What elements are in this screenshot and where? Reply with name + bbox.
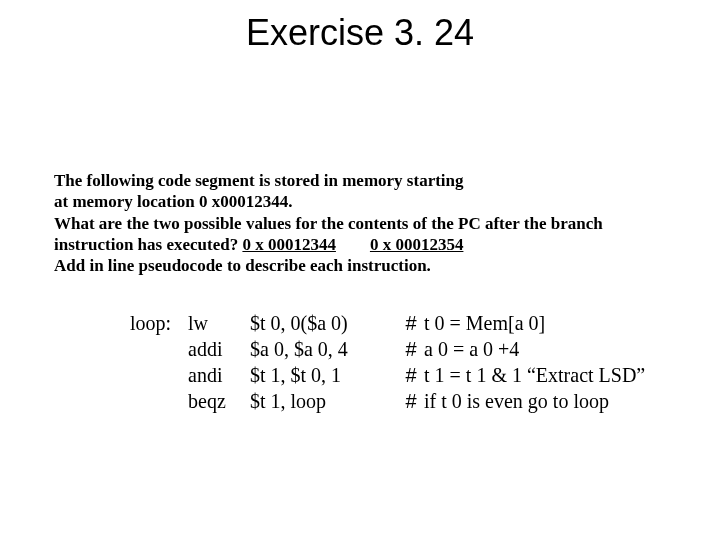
code-row: beqz $t 1, loop # if t 0 is even go to l… bbox=[130, 388, 645, 414]
answer-1: 0 x 00012344 bbox=[242, 235, 336, 254]
code-label: loop: bbox=[130, 310, 188, 336]
code-comment: if t 0 is even go to loop bbox=[424, 388, 645, 414]
code-args: $t 1, loop bbox=[250, 388, 398, 414]
hash-icon: # bbox=[398, 362, 424, 388]
hash-icon: # bbox=[398, 336, 424, 362]
hash-icon: # bbox=[398, 388, 424, 414]
question-text: The following code segment is stored in … bbox=[54, 170, 710, 276]
answer-2: 0 x 00012354 bbox=[370, 235, 464, 254]
code-label bbox=[130, 362, 188, 388]
code-comment: a 0 = a 0 +4 bbox=[424, 336, 645, 362]
code-args: $t 0, 0($a 0) bbox=[250, 310, 398, 336]
intro-line-2: at memory location 0 x00012344. bbox=[54, 191, 710, 212]
intro-line-5: Add in line pseudocode to describe each … bbox=[54, 255, 710, 276]
intro-line-3: What are the two possible values for the… bbox=[54, 213, 710, 234]
code-comment: t 1 = t 1 & 1 “Extract LSD” bbox=[424, 362, 645, 388]
code-label bbox=[130, 388, 188, 414]
hash-icon: # bbox=[398, 310, 424, 336]
code-row: addi $a 0, $a 0, 4 # a 0 = a 0 +4 bbox=[130, 336, 645, 362]
code-opcode: andi bbox=[188, 362, 250, 388]
intro-line-4a: instruction has executed? bbox=[54, 235, 242, 254]
code-block: loop: lw $t 0, 0($a 0) # t 0 = Mem[a 0] … bbox=[130, 310, 720, 414]
code-row: loop: lw $t 0, 0($a 0) # t 0 = Mem[a 0] bbox=[130, 310, 645, 336]
answer-gap bbox=[336, 235, 370, 254]
code-opcode: addi bbox=[188, 336, 250, 362]
code-args: $a 0, $a 0, 4 bbox=[250, 336, 398, 362]
code-opcode: lw bbox=[188, 310, 250, 336]
code-opcode: beqz bbox=[188, 388, 250, 414]
slide-title: Exercise 3. 24 bbox=[0, 0, 720, 54]
intro-line-1: The following code segment is stored in … bbox=[54, 170, 710, 191]
slide: Exercise 3. 24 The following code segmen… bbox=[0, 0, 720, 540]
code-args: $t 1, $t 0, 1 bbox=[250, 362, 398, 388]
code-row: andi $t 1, $t 0, 1 # t 1 = t 1 & 1 “Extr… bbox=[130, 362, 645, 388]
code-table: loop: lw $t 0, 0($a 0) # t 0 = Mem[a 0] … bbox=[130, 310, 645, 414]
intro-line-4: instruction has executed? 0 x 00012344 0… bbox=[54, 234, 710, 255]
code-comment: t 0 = Mem[a 0] bbox=[424, 310, 645, 336]
code-label bbox=[130, 336, 188, 362]
